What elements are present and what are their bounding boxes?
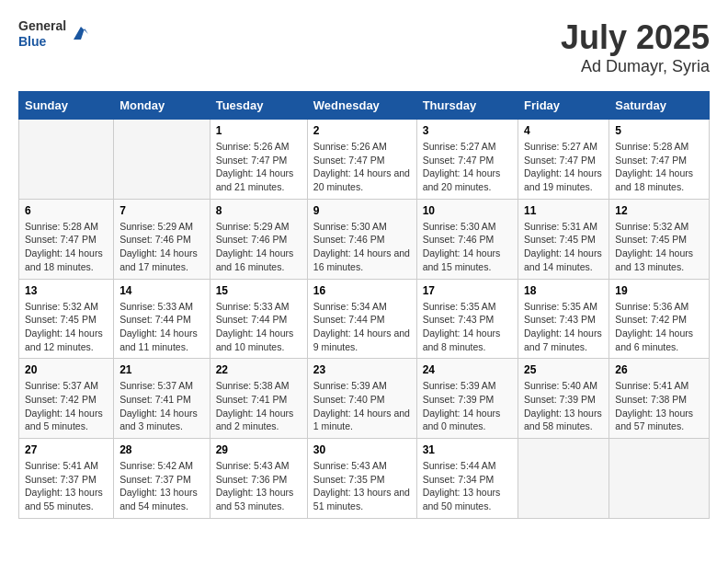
header-monday: Monday xyxy=(114,92,210,120)
calendar-cell: 15Sunrise: 5:33 AM Sunset: 7:44 PM Dayli… xyxy=(210,279,307,359)
calendar-cell: 9Sunrise: 5:30 AM Sunset: 7:46 PM Daylig… xyxy=(307,199,416,279)
day-info: Sunrise: 5:34 AM Sunset: 7:44 PM Dayligh… xyxy=(313,300,411,354)
calendar-cell: 2Sunrise: 5:26 AM Sunset: 7:47 PM Daylig… xyxy=(307,120,416,200)
day-number: 6 xyxy=(25,204,108,217)
calendar-week-1: 6Sunrise: 5:28 AM Sunset: 7:47 PM Daylig… xyxy=(19,199,710,279)
calendar-cell: 17Sunrise: 5:35 AM Sunset: 7:43 PM Dayli… xyxy=(416,279,518,359)
calendar-cell: 26Sunrise: 5:41 AM Sunset: 7:38 PM Dayli… xyxy=(609,359,710,439)
calendar-cell: 6Sunrise: 5:28 AM Sunset: 7:47 PM Daylig… xyxy=(19,199,114,279)
day-info: Sunrise: 5:32 AM Sunset: 7:45 PM Dayligh… xyxy=(25,300,108,354)
day-number: 29 xyxy=(216,443,301,456)
day-number: 28 xyxy=(119,443,204,456)
day-number: 17 xyxy=(423,284,512,297)
header-sunday: Sunday xyxy=(19,92,114,120)
logo: General Blue xyxy=(18,18,92,50)
day-info: Sunrise: 5:35 AM Sunset: 7:43 PM Dayligh… xyxy=(524,300,603,354)
calendar-cell: 30Sunrise: 5:43 AM Sunset: 7:35 PM Dayli… xyxy=(307,439,416,519)
day-number: 3 xyxy=(423,124,512,137)
calendar-cell: 31Sunrise: 5:44 AM Sunset: 7:34 PM Dayli… xyxy=(416,439,518,519)
day-number: 22 xyxy=(216,363,301,376)
day-number: 13 xyxy=(25,284,108,297)
calendar-cell xyxy=(114,120,210,200)
day-info: Sunrise: 5:43 AM Sunset: 7:35 PM Dayligh… xyxy=(313,459,411,513)
day-number: 20 xyxy=(25,363,108,376)
calendar-cell: 25Sunrise: 5:40 AM Sunset: 7:39 PM Dayli… xyxy=(518,359,609,439)
calendar-cell xyxy=(609,439,710,519)
day-info: Sunrise: 5:30 AM Sunset: 7:46 PM Dayligh… xyxy=(313,220,411,274)
calendar-cell: 3Sunrise: 5:27 AM Sunset: 7:47 PM Daylig… xyxy=(416,120,518,200)
title-block: July 2025 Ad Dumayr, Syria xyxy=(561,18,710,76)
calendar-cell: 7Sunrise: 5:29 AM Sunset: 7:46 PM Daylig… xyxy=(114,199,210,279)
day-info: Sunrise: 5:41 AM Sunset: 7:37 PM Dayligh… xyxy=(25,459,108,513)
day-info: Sunrise: 5:38 AM Sunset: 7:41 PM Dayligh… xyxy=(216,379,301,433)
calendar-cell: 22Sunrise: 5:38 AM Sunset: 7:41 PM Dayli… xyxy=(210,359,307,439)
day-info: Sunrise: 5:41 AM Sunset: 7:38 PM Dayligh… xyxy=(615,379,703,433)
day-number: 31 xyxy=(423,443,512,456)
day-info: Sunrise: 5:37 AM Sunset: 7:42 PM Dayligh… xyxy=(25,379,108,433)
calendar-cell: 12Sunrise: 5:32 AM Sunset: 7:45 PM Dayli… xyxy=(609,199,710,279)
header-wednesday: Wednesday xyxy=(307,92,416,120)
day-info: Sunrise: 5:27 AM Sunset: 7:47 PM Dayligh… xyxy=(524,140,603,194)
day-info: Sunrise: 5:40 AM Sunset: 7:39 PM Dayligh… xyxy=(524,379,603,433)
day-number: 27 xyxy=(25,443,108,456)
calendar-table: SundayMondayTuesdayWednesdayThursdayFrid… xyxy=(18,91,710,519)
day-info: Sunrise: 5:28 AM Sunset: 7:47 PM Dayligh… xyxy=(615,140,703,194)
day-number: 10 xyxy=(423,204,512,217)
day-info: Sunrise: 5:27 AM Sunset: 7:47 PM Dayligh… xyxy=(423,140,512,194)
day-number: 26 xyxy=(615,363,703,376)
logo-blue: Blue xyxy=(18,34,66,50)
calendar-cell: 23Sunrise: 5:39 AM Sunset: 7:40 PM Dayli… xyxy=(307,359,416,439)
day-number: 2 xyxy=(313,124,411,137)
header-friday: Friday xyxy=(518,92,609,120)
calendar-title: July 2025 xyxy=(561,18,710,57)
calendar-subtitle: Ad Dumayr, Syria xyxy=(561,57,710,76)
day-info: Sunrise: 5:33 AM Sunset: 7:44 PM Dayligh… xyxy=(119,300,204,354)
day-number: 15 xyxy=(216,284,301,297)
day-info: Sunrise: 5:42 AM Sunset: 7:37 PM Dayligh… xyxy=(119,459,204,513)
day-number: 25 xyxy=(524,363,603,376)
calendar-cell: 18Sunrise: 5:35 AM Sunset: 7:43 PM Dayli… xyxy=(518,279,609,359)
calendar-cell: 28Sunrise: 5:42 AM Sunset: 7:37 PM Dayli… xyxy=(114,439,210,519)
day-number: 18 xyxy=(524,284,603,297)
day-number: 24 xyxy=(423,363,512,376)
day-number: 5 xyxy=(615,124,703,137)
day-info: Sunrise: 5:35 AM Sunset: 7:43 PM Dayligh… xyxy=(423,300,512,354)
day-number: 1 xyxy=(216,124,301,137)
calendar-cell: 19Sunrise: 5:36 AM Sunset: 7:42 PM Dayli… xyxy=(609,279,710,359)
day-info: Sunrise: 5:32 AM Sunset: 7:45 PM Dayligh… xyxy=(615,220,703,274)
logo-text: General Blue xyxy=(18,18,66,50)
header-saturday: Saturday xyxy=(609,92,710,120)
calendar-cell: 21Sunrise: 5:37 AM Sunset: 7:41 PM Dayli… xyxy=(114,359,210,439)
calendar-cell: 24Sunrise: 5:39 AM Sunset: 7:39 PM Dayli… xyxy=(416,359,518,439)
calendar-cell: 1Sunrise: 5:26 AM Sunset: 7:47 PM Daylig… xyxy=(210,120,307,200)
calendar-cell: 16Sunrise: 5:34 AM Sunset: 7:44 PM Dayli… xyxy=(307,279,416,359)
day-info: Sunrise: 5:29 AM Sunset: 7:46 PM Dayligh… xyxy=(119,220,204,274)
calendar-week-2: 13Sunrise: 5:32 AM Sunset: 7:45 PM Dayli… xyxy=(19,279,710,359)
day-number: 9 xyxy=(313,204,411,217)
calendar-cell: 5Sunrise: 5:28 AM Sunset: 7:47 PM Daylig… xyxy=(609,120,710,200)
calendar-cell: 10Sunrise: 5:30 AM Sunset: 7:46 PM Dayli… xyxy=(416,199,518,279)
calendar-cell xyxy=(19,120,114,200)
calendar-week-4: 27Sunrise: 5:41 AM Sunset: 7:37 PM Dayli… xyxy=(19,439,710,519)
calendar-cell: 14Sunrise: 5:33 AM Sunset: 7:44 PM Dayli… xyxy=(114,279,210,359)
calendar-week-3: 20Sunrise: 5:37 AM Sunset: 7:42 PM Dayli… xyxy=(19,359,710,439)
day-number: 11 xyxy=(524,204,603,217)
day-info: Sunrise: 5:31 AM Sunset: 7:45 PM Dayligh… xyxy=(524,220,603,274)
day-number: 12 xyxy=(615,204,703,217)
day-info: Sunrise: 5:37 AM Sunset: 7:41 PM Dayligh… xyxy=(119,379,204,433)
day-info: Sunrise: 5:36 AM Sunset: 7:42 PM Dayligh… xyxy=(615,300,703,354)
calendar-cell: 20Sunrise: 5:37 AM Sunset: 7:42 PM Dayli… xyxy=(19,359,114,439)
day-info: Sunrise: 5:39 AM Sunset: 7:40 PM Dayligh… xyxy=(313,379,411,433)
day-number: 14 xyxy=(119,284,204,297)
day-number: 23 xyxy=(313,363,411,376)
day-number: 21 xyxy=(119,363,204,376)
logo-icon xyxy=(70,23,92,45)
logo-general: General xyxy=(18,18,66,34)
day-number: 30 xyxy=(313,443,411,456)
calendar-cell: 8Sunrise: 5:29 AM Sunset: 7:46 PM Daylig… xyxy=(210,199,307,279)
calendar-cell: 27Sunrise: 5:41 AM Sunset: 7:37 PM Dayli… xyxy=(19,439,114,519)
day-info: Sunrise: 5:26 AM Sunset: 7:47 PM Dayligh… xyxy=(313,140,411,194)
calendar-cell: 29Sunrise: 5:43 AM Sunset: 7:36 PM Dayli… xyxy=(210,439,307,519)
calendar-cell: 11Sunrise: 5:31 AM Sunset: 7:45 PM Dayli… xyxy=(518,199,609,279)
day-info: Sunrise: 5:33 AM Sunset: 7:44 PM Dayligh… xyxy=(216,300,301,354)
